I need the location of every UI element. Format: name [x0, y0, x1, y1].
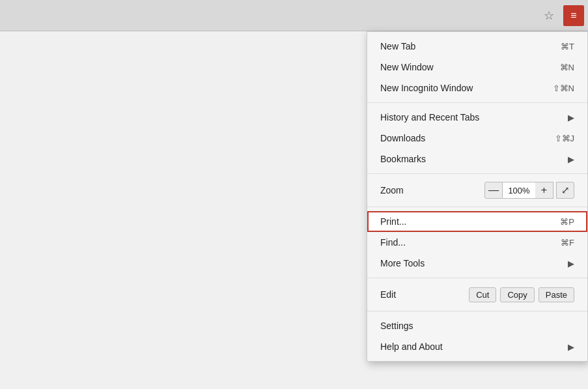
menu-item-new-window-label: New Window — [380, 62, 434, 72]
zoom-controls: — 100% + ⤢ — [484, 182, 574, 199]
menu-section-zoom: Zoom — 100% + ⤢ — [367, 174, 587, 207]
menu-item-bookmarks[interactable]: Bookmarks ▶ — [367, 149, 587, 169]
menu-section-print: Print... ⌘P Find... ⌘F More Tools ▶ — [367, 207, 587, 278]
cut-button[interactable]: Cut — [469, 287, 496, 302]
menu-item-new-tab-shortcut: ⌘T — [561, 42, 574, 51]
menu-section-new: New Tab ⌘T New Window ⌘N New Incognito W… — [367, 32, 587, 103]
bookmark-star-button[interactable]: ☆ — [539, 5, 559, 26]
edit-buttons: Cut Copy Paste — [469, 287, 574, 302]
menu-item-incognito-shortcut: ⇧⌘N — [553, 83, 574, 93]
zoom-fullscreen-button[interactable]: ⤢ — [556, 182, 574, 199]
menu-item-more-tools[interactable]: More Tools ▶ — [367, 253, 587, 274]
menu-item-downloads-label: Downloads — [380, 133, 425, 143]
menu-item-help-label: Help and About — [380, 341, 443, 352]
chrome-toolbar: ☆ ≡ — [0, 0, 588, 31]
menu-item-find[interactable]: Find... ⌘F — [367, 232, 587, 253]
menu-item-incognito-label: New Incognito Window — [380, 83, 473, 93]
menu-item-more-tools-arrow: ▶ — [568, 259, 574, 268]
menu-item-new-tab[interactable]: New Tab ⌘T — [367, 36, 587, 57]
zoom-out-button[interactable]: — — [484, 182, 503, 199]
zoom-label: Zoom — [380, 185, 404, 195]
menu-item-new-window[interactable]: New Window ⌘N — [367, 57, 587, 78]
menu-item-history[interactable]: History and Recent Tabs ▶ — [367, 107, 587, 128]
menu-item-help[interactable]: Help and About ▶ — [367, 336, 587, 357]
toolbar-icons: ☆ ≡ — [539, 5, 584, 26]
menu-item-new-tab-label: New Tab — [380, 41, 415, 51]
menu-item-history-arrow: ▶ — [568, 113, 574, 122]
chrome-dropdown-menu: New Tab ⌘T New Window ⌘N New Incognito W… — [367, 31, 588, 362]
menu-item-print-label: Print... — [380, 216, 406, 227]
menu-item-print-shortcut: ⌘P — [560, 217, 574, 227]
menu-item-incognito[interactable]: New Incognito Window ⇧⌘N — [367, 78, 587, 98]
menu-item-more-tools-label: More Tools — [380, 258, 425, 268]
menu-item-find-shortcut: ⌘F — [561, 238, 574, 248]
menu-item-history-label: History and Recent Tabs — [380, 112, 479, 122]
menu-item-downloads[interactable]: Downloads ⇧⌘J — [367, 128, 587, 149]
menu-item-print[interactable]: Print... ⌘P — [367, 211, 587, 232]
zoom-value: 100% — [503, 182, 535, 199]
menu-item-find-label: Find... — [380, 237, 406, 248]
menu-section-settings: Settings Help and About ▶ — [367, 311, 587, 361]
menu-section-history: History and Recent Tabs ▶ Downloads ⇧⌘J … — [367, 103, 587, 174]
menu-section-edit: Edit Cut Copy Paste — [367, 278, 587, 311]
chrome-menu-button[interactable]: ≡ — [563, 5, 584, 26]
paste-button[interactable]: Paste — [539, 287, 574, 302]
menu-item-downloads-shortcut: ⇧⌘J — [555, 134, 575, 143]
menu-item-help-arrow: ▶ — [568, 342, 574, 352]
menu-item-new-window-shortcut: ⌘N — [560, 63, 574, 72]
zoom-row: Zoom — 100% + ⤢ — [367, 178, 587, 203]
menu-item-settings-label: Settings — [380, 321, 413, 331]
copy-button[interactable]: Copy — [500, 287, 534, 302]
menu-item-bookmarks-arrow: ▶ — [568, 154, 574, 164]
menu-item-settings[interactable]: Settings — [367, 315, 587, 336]
edit-row: Edit Cut Copy Paste — [367, 282, 587, 307]
edit-label: Edit — [380, 289, 396, 300]
menu-item-bookmarks-label: Bookmarks — [380, 154, 426, 164]
zoom-in-button[interactable]: + — [535, 182, 553, 199]
